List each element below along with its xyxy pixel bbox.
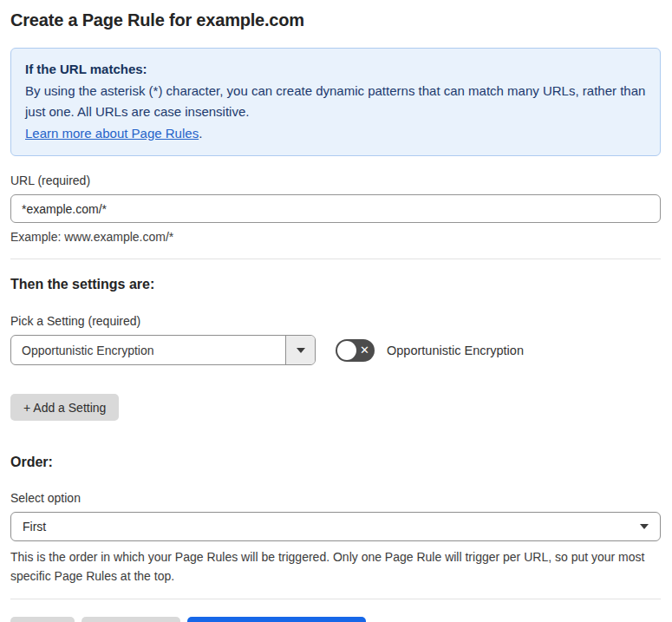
- setting-row: Opportunistic Encryption ✕ Opportunistic…: [10, 335, 661, 365]
- setting-select[interactable]: Opportunistic Encryption: [10, 335, 316, 365]
- toggle-label: Opportunistic Encryption: [387, 344, 524, 357]
- info-box-link-line: Learn more about Page Rules.: [25, 123, 646, 145]
- url-input[interactable]: [10, 194, 661, 223]
- setting-select-value: Opportunistic Encryption: [11, 336, 285, 364]
- save-as-draft-button[interactable]: Save as Draft: [82, 617, 181, 622]
- create-page-rule-form: Create a Page Rule for example.com If th…: [0, 0, 672, 622]
- order-help-text: This is the order in which your Page Rul…: [10, 547, 656, 586]
- page-title: Create a Page Rule for example.com: [10, 10, 661, 30]
- order-select[interactable]: First: [10, 512, 661, 541]
- link-period: .: [199, 126, 202, 141]
- info-box-heading: If the URL matches:: [25, 59, 646, 81]
- form-actions: Cancel Save as Draft Save and Deploy Pag…: [10, 617, 661, 622]
- toggle-wrap: ✕ Opportunistic Encryption: [336, 339, 524, 362]
- settings-section-heading: Then the settings are:: [10, 277, 661, 292]
- pick-setting-label: Pick a Setting (required): [10, 314, 661, 328]
- chevron-down-icon: [297, 348, 305, 353]
- order-section-heading: Order:: [10, 455, 661, 470]
- toggle-off-x-icon: ✕: [360, 344, 369, 356]
- info-box-body: By using the asterisk (*) character, you…: [25, 81, 646, 123]
- add-setting-button[interactable]: + Add a Setting: [10, 394, 119, 421]
- divider: [10, 259, 661, 259]
- url-matches-info-box: If the URL matches: By using the asteris…: [10, 48, 661, 156]
- order-select-value: First: [23, 520, 46, 534]
- chevron-down-icon: [640, 524, 649, 529]
- save-and-deploy-button[interactable]: Save and Deploy Page Rule: [187, 617, 366, 622]
- cancel-button[interactable]: Cancel: [10, 617, 75, 622]
- url-field-label: URL (required): [10, 174, 661, 187]
- url-example-text: Example: www.example.com/*: [10, 228, 661, 246]
- opportunistic-encryption-toggle[interactable]: ✕: [336, 339, 375, 362]
- order-select-label: Select option: [10, 491, 661, 505]
- toggle-knob: [337, 341, 356, 360]
- learn-more-link[interactable]: Learn more about Page Rules: [25, 126, 199, 141]
- setting-select-arrow-button[interactable]: [285, 336, 315, 364]
- divider: [10, 599, 661, 599]
